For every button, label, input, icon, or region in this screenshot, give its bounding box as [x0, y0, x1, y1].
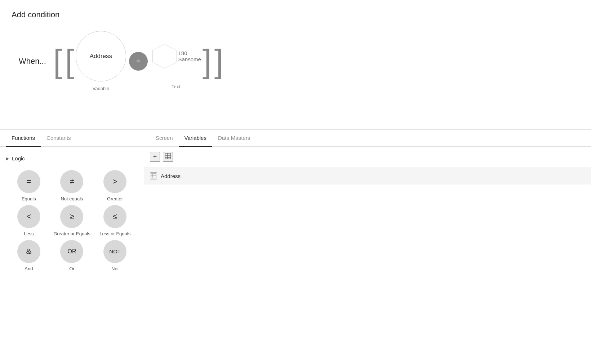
or-label: Or	[69, 266, 74, 272]
svg-rect-1	[165, 153, 171, 159]
function-grid: = Equals ≠ Not equals > Greater	[6, 164, 138, 278]
equals-icon[interactable]: =	[17, 170, 40, 193]
function-less[interactable]: < Less	[9, 205, 49, 237]
tab-functions[interactable]: Functions	[6, 130, 41, 147]
var-table-icon	[151, 173, 156, 178]
right-tab-bar: Screen Variables Data Masters	[144, 130, 591, 147]
toolbar-row: +	[144, 147, 591, 167]
and-icon[interactable]: &	[17, 240, 40, 263]
add-table-icon	[164, 152, 172, 160]
hex-shape	[151, 33, 178, 80]
less-icon[interactable]: <	[17, 205, 40, 228]
add-table-button[interactable]	[163, 152, 173, 162]
variable-row[interactable]: Address	[144, 167, 591, 185]
bottom-section: Functions Constants ▶ Logic = Equals	[0, 130, 591, 364]
logic-header[interactable]: ▶ Logic	[6, 152, 138, 164]
right-inner-bracket: ]	[201, 45, 213, 77]
left-inner-bracket: [	[64, 45, 76, 77]
less-or-equals-icon[interactable]: ≤	[103, 205, 126, 228]
variable-circle[interactable]: Address	[76, 31, 126, 81]
logic-section: ▶ Logic = Equals ≠ Not equals	[0, 147, 144, 284]
greater-or-equals-icon[interactable]: ≥	[60, 205, 83, 228]
function-not[interactable]: NOT Not	[95, 240, 135, 272]
left-outer-bracket: [	[52, 45, 64, 77]
not-equals-icon[interactable]: ≠	[60, 170, 83, 193]
variable-icon	[150, 172, 157, 179]
function-greater[interactable]: > Greater	[95, 170, 135, 202]
text-node-item[interactable]: 180 Sansome Text	[151, 33, 201, 89]
svg-rect-5	[151, 174, 156, 178]
tab-screen[interactable]: Screen	[150, 130, 179, 147]
less-or-equals-label: Less or Equals	[99, 231, 130, 237]
right-panel: Screen Variables Data Masters +	[144, 130, 591, 364]
greater-or-equals-label: Greater or Equals	[53, 231, 90, 237]
left-tab-bar: Functions Constants	[0, 130, 144, 147]
greater-icon[interactable]: >	[103, 170, 126, 193]
right-outer-bracket: ]	[213, 45, 225, 77]
tab-data-masters[interactable]: Data Masters	[212, 130, 256, 147]
hex-wrapper[interactable]: 180 Sansome	[151, 33, 201, 80]
not-equals-label: Not equals	[61, 196, 83, 202]
text-label: Text	[172, 84, 180, 89]
left-panel: Functions Constants ▶ Logic = Equals	[0, 130, 144, 364]
less-label: Less	[24, 231, 34, 237]
equals-label: Equals	[22, 196, 36, 202]
operator-circle[interactable]: =	[129, 52, 148, 71]
svg-marker-0	[152, 44, 176, 68]
not-label: Not	[111, 266, 119, 272]
top-section: Add condition When... [ [ Address Variab…	[0, 0, 591, 130]
variable-label: Variable	[92, 86, 109, 91]
greater-label: Greater	[107, 196, 123, 202]
variable-name: Address	[161, 173, 181, 179]
or-icon[interactable]: OR	[60, 240, 83, 263]
function-equals[interactable]: = Equals	[9, 170, 49, 202]
and-label: And	[25, 266, 33, 272]
add-variable-button[interactable]: +	[150, 152, 160, 162]
function-less-or-equals[interactable]: ≤ Less or Equals	[95, 205, 135, 237]
not-icon[interactable]: NOT	[103, 240, 126, 263]
tab-variables[interactable]: Variables	[179, 130, 212, 147]
function-and[interactable]: & And	[9, 240, 49, 272]
page-title: Add condition	[12, 10, 579, 19]
function-or[interactable]: OR Or	[52, 240, 92, 272]
function-greater-or-equals[interactable]: ≥ Greater or Equals	[52, 205, 92, 237]
tab-constants[interactable]: Constants	[41, 130, 77, 147]
function-not-equals[interactable]: ≠ Not equals	[52, 170, 92, 202]
variable-node-item[interactable]: Address Variable	[76, 31, 126, 91]
condition-row: When... [ [ Address Variable = 180 Sanso…	[19, 31, 579, 91]
when-label: When...	[19, 57, 46, 66]
chevron-right-icon: ▶	[6, 156, 9, 161]
